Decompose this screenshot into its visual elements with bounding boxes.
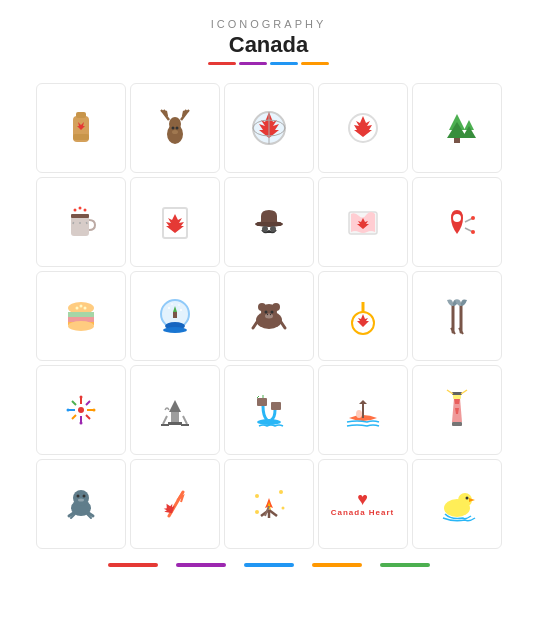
svg-point-37 xyxy=(68,321,94,331)
svg-point-75 xyxy=(79,396,82,399)
svg-point-50 xyxy=(178,304,180,306)
svg-rect-81 xyxy=(168,422,182,425)
svg-rect-46 xyxy=(173,312,177,318)
svg-point-88 xyxy=(257,419,281,425)
header-underline xyxy=(208,62,329,65)
svg-point-56 xyxy=(270,311,273,314)
svg-point-114 xyxy=(465,497,468,500)
svg-point-76 xyxy=(79,422,82,425)
moose-icon[interactable] xyxy=(130,83,220,173)
svg-point-5 xyxy=(171,127,174,130)
svg-rect-85 xyxy=(181,424,189,426)
svg-point-109 xyxy=(279,490,283,494)
svg-point-48 xyxy=(180,309,182,311)
canada-label: Canada Heart xyxy=(331,508,395,518)
svg-point-53 xyxy=(258,303,266,311)
svg-point-59 xyxy=(269,314,270,315)
waterfall-icon[interactable] xyxy=(224,365,314,455)
svg-line-83 xyxy=(183,416,187,424)
maple-instrument-icon[interactable] xyxy=(130,459,220,549)
svg-rect-34 xyxy=(68,312,94,317)
svg-point-25 xyxy=(262,226,268,232)
bottom-bar-orange xyxy=(312,563,362,567)
underline-blue xyxy=(270,62,298,65)
heart-symbol: ♥ xyxy=(357,490,368,508)
svg-point-21 xyxy=(83,209,86,212)
svg-point-39 xyxy=(79,305,82,308)
svg-point-30 xyxy=(471,216,475,220)
axe-icon[interactable] xyxy=(412,271,502,361)
bottom-bar-red xyxy=(108,563,158,567)
fireworks-icon[interactable] xyxy=(36,365,126,455)
seal-icon[interactable] xyxy=(36,459,126,549)
maple-leaf-badge-icon[interactable] xyxy=(318,83,408,173)
svg-point-57 xyxy=(265,314,273,319)
bear-icon[interactable] xyxy=(224,271,314,361)
svg-rect-87 xyxy=(271,402,281,410)
svg-point-19 xyxy=(73,209,76,212)
svg-point-101 xyxy=(76,495,79,498)
svg-line-89 xyxy=(257,396,259,398)
underline-purple xyxy=(239,62,267,65)
burger-icon[interactable] xyxy=(36,271,126,361)
svg-rect-1 xyxy=(76,112,86,118)
svg-line-71 xyxy=(72,401,76,405)
map-pin-icon[interactable] xyxy=(412,177,502,267)
svg-marker-80 xyxy=(169,400,181,412)
svg-point-77 xyxy=(66,409,69,412)
underline-red xyxy=(208,62,236,65)
bottom-bars xyxy=(108,563,430,575)
svg-point-28 xyxy=(453,214,461,222)
svg-point-47 xyxy=(168,307,170,309)
svg-marker-16 xyxy=(462,126,476,138)
svg-point-102 xyxy=(82,495,85,498)
svg-point-111 xyxy=(281,507,284,510)
svg-line-72 xyxy=(86,415,90,419)
header-subtitle: ICONOGRAPHY xyxy=(208,18,329,30)
maple-leaf-frame-icon[interactable] xyxy=(130,177,220,267)
maple-syrup-icon[interactable] xyxy=(36,83,126,173)
pine-trees-icon[interactable] xyxy=(412,83,502,173)
monument-icon[interactable] xyxy=(130,365,220,455)
svg-point-32 xyxy=(471,230,475,234)
svg-point-110 xyxy=(255,510,259,514)
svg-point-66 xyxy=(78,407,84,413)
svg-point-108 xyxy=(255,494,259,498)
svg-point-4 xyxy=(169,117,181,131)
snow-globe-icon[interactable] xyxy=(130,271,220,361)
svg-point-7 xyxy=(172,130,178,134)
lighthouse-icon[interactable] xyxy=(412,365,502,455)
maple-leaf-globe-icon[interactable] xyxy=(224,83,314,173)
svg-point-58 xyxy=(266,314,267,315)
svg-rect-86 xyxy=(257,398,267,406)
duck-icon[interactable] xyxy=(412,459,502,549)
maple-medal-icon[interactable] xyxy=(318,271,408,361)
svg-line-73 xyxy=(86,401,90,405)
svg-point-49 xyxy=(171,303,173,305)
underline-orange xyxy=(301,62,329,65)
svg-rect-14 xyxy=(454,138,460,143)
page-header: ICONOGRAPHY Canada xyxy=(208,0,329,71)
coffee-cup-icon[interactable] xyxy=(36,177,126,267)
svg-rect-24 xyxy=(257,222,281,226)
campfire-icon[interactable] xyxy=(224,459,314,549)
svg-line-74 xyxy=(72,415,76,419)
svg-point-38 xyxy=(75,307,78,310)
svg-point-54 xyxy=(272,303,280,311)
bottom-bar-purple xyxy=(176,563,226,567)
svg-rect-96 xyxy=(452,422,462,426)
hat-mustache-icon[interactable] xyxy=(224,177,314,267)
svg-rect-17 xyxy=(71,216,89,236)
svg-point-92 xyxy=(356,410,362,418)
svg-point-6 xyxy=(175,127,178,130)
svg-point-103 xyxy=(78,499,84,502)
canoe-icon[interactable] xyxy=(318,365,408,455)
svg-point-44 xyxy=(163,327,187,333)
bottom-bar-blue xyxy=(244,563,294,567)
canada-heart-icon[interactable]: ♥ Canada Heart xyxy=(318,459,408,549)
svg-line-82 xyxy=(163,416,167,424)
svg-rect-18 xyxy=(71,214,89,218)
svg-point-55 xyxy=(264,311,267,314)
canada-map-icon[interactable] xyxy=(318,177,408,267)
svg-point-100 xyxy=(73,490,89,506)
